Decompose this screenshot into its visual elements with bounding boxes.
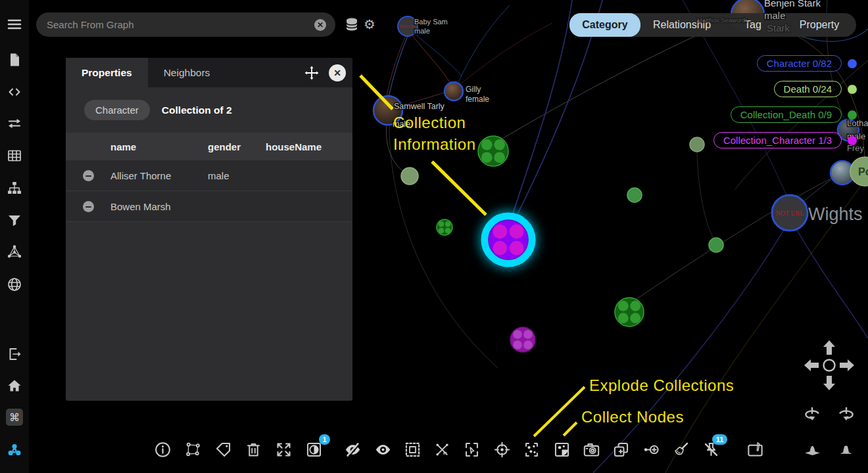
pan-down-button[interactable] bbox=[823, 376, 835, 390]
home-icon[interactable] bbox=[6, 377, 23, 394]
graph-node-gilly[interactable] bbox=[445, 82, 463, 101]
sign-out-icon[interactable] bbox=[6, 346, 23, 363]
graph-nav-control bbox=[802, 338, 858, 432]
unpin-icon[interactable]: 11 bbox=[700, 439, 721, 460]
swap-arrows-icon[interactable] bbox=[6, 115, 23, 132]
view-mode-tabs: CategoryRelationshipTagProperty bbox=[569, 13, 856, 37]
expand-arrows-icon[interactable] bbox=[273, 439, 294, 460]
legend-pill[interactable]: Character 0/82 bbox=[757, 55, 842, 72]
node-group-icon[interactable] bbox=[182, 439, 203, 460]
area-cursor-icon[interactable] bbox=[461, 439, 482, 460]
explode-collection-icon[interactable] bbox=[551, 439, 572, 460]
graph-label: female bbox=[466, 95, 489, 104]
graph-node-wights[interactable]: NOT URL bbox=[772, 195, 808, 231]
close-panel-button[interactable]: ✕ bbox=[329, 64, 346, 81]
legend-dot[interactable] bbox=[848, 110, 857, 120]
tab-properties[interactable]: Properties bbox=[66, 58, 148, 87]
pan-right-button[interactable] bbox=[840, 359, 854, 371]
collection-count-label: Collection of 2 bbox=[162, 104, 232, 116]
svg-text:⌘: ⌘ bbox=[9, 411, 20, 424]
graph-node-selected-collection[interactable] bbox=[485, 216, 532, 263]
collect-nodes-icon[interactable] bbox=[521, 439, 542, 460]
pan-left-button[interactable] bbox=[804, 359, 819, 371]
legend-pill[interactable]: Death 0/24 bbox=[774, 81, 842, 97]
graph-node-collection-green-a[interactable] bbox=[478, 136, 508, 166]
remove-row-icon[interactable] bbox=[83, 170, 94, 181]
graph-label: male bbox=[414, 27, 430, 35]
fan-logo-icon[interactable] bbox=[6, 442, 23, 459]
code-icon[interactable] bbox=[6, 83, 23, 101]
contrast-icon[interactable]: 1 bbox=[303, 439, 324, 460]
legend-dot[interactable] bbox=[848, 136, 857, 145]
menu-icon[interactable] bbox=[6, 16, 23, 33]
tab-neighbors[interactable]: Neighbors bbox=[148, 58, 226, 87]
eye-off-icon[interactable] bbox=[342, 439, 363, 460]
note-pen-icon[interactable] bbox=[744, 439, 765, 460]
network-icon[interactable] bbox=[6, 243, 23, 260]
settings-gear-icon[interactable]: ⚙ bbox=[362, 16, 379, 34]
rotate-left-icon[interactable] bbox=[806, 407, 819, 420]
graph-node-polliver[interactable]: Poll bbox=[850, 157, 868, 186]
graph-node-collection-green-b[interactable] bbox=[615, 298, 644, 327]
globe-icon[interactable] bbox=[6, 276, 23, 293]
svg-text:NOT URL: NOT URL bbox=[776, 210, 804, 217]
search-input[interactable] bbox=[45, 18, 314, 31]
graph-node-green-node-a[interactable] bbox=[627, 188, 642, 202]
add-relation-icon[interactable] bbox=[640, 439, 662, 460]
pan-center-button[interactable] bbox=[824, 360, 835, 371]
tab-category[interactable]: Category bbox=[569, 13, 640, 37]
legend-pill[interactable]: Collection_Character 1/3 bbox=[713, 132, 842, 148]
column-header-name: name bbox=[110, 133, 208, 160]
tab-relationship[interactable]: Relationship bbox=[640, 13, 723, 37]
data-table-icon[interactable] bbox=[6, 147, 23, 164]
legend-row: Character 0/82 bbox=[713, 55, 868, 72]
command-icon[interactable]: ⌘ bbox=[6, 409, 23, 426]
marquee-select-icon[interactable] bbox=[402, 439, 423, 460]
table-cell bbox=[208, 191, 266, 222]
camera-icon[interactable] bbox=[581, 439, 602, 460]
tag-icon[interactable] bbox=[212, 439, 233, 460]
move-panel-icon[interactable] bbox=[304, 65, 320, 81]
rotate-right-icon[interactable] bbox=[840, 407, 853, 420]
sitemap-icon[interactable] bbox=[6, 179, 23, 196]
cut-links-icon[interactable] bbox=[431, 439, 452, 460]
graph-label: Gilly bbox=[466, 85, 481, 94]
graph-node-olive-node-a[interactable] bbox=[401, 168, 418, 185]
graph-node-collection-magenta[interactable] bbox=[510, 327, 535, 352]
clear-search-icon[interactable]: ✕ bbox=[314, 19, 326, 31]
properties-panel: Properties Neighbors ✕ Character Collect… bbox=[66, 58, 352, 401]
table-cell bbox=[266, 191, 352, 222]
legend: Character 0/82Death 0/24Collection_Death… bbox=[713, 55, 868, 157]
graph-node-olive-node-b[interactable] bbox=[690, 137, 704, 152]
tab-property[interactable]: Property bbox=[783, 13, 856, 37]
info-icon[interactable] bbox=[152, 439, 173, 460]
filter-icon[interactable] bbox=[6, 212, 23, 229]
file-icon[interactable] bbox=[6, 51, 23, 68]
table-row[interactable]: Alliser Thornemale bbox=[66, 160, 352, 191]
table-cell bbox=[266, 160, 352, 191]
layout-hill-icon[interactable] bbox=[835, 439, 856, 460]
trash-icon[interactable] bbox=[243, 439, 264, 460]
brush-icon[interactable] bbox=[670, 439, 691, 460]
locate-target-icon[interactable] bbox=[491, 439, 512, 460]
eye-icon[interactable] bbox=[372, 439, 393, 460]
legend-dot[interactable] bbox=[848, 59, 857, 68]
legend-dot[interactable] bbox=[848, 85, 857, 94]
svg-text:NOT URL: NOT URL bbox=[400, 24, 416, 28]
layout-valley-icon[interactable] bbox=[802, 439, 823, 460]
search-bar[interactable]: ✕ bbox=[36, 12, 335, 37]
graph-node-collection-green-small[interactable] bbox=[437, 219, 452, 235]
table-row[interactable]: Bowen Marsh bbox=[66, 191, 352, 222]
graph-label: Wights bbox=[808, 204, 863, 224]
graph-node-green-node-b[interactable] bbox=[709, 238, 723, 252]
pan-up-button[interactable] bbox=[823, 340, 835, 355]
legend-pill[interactable]: Collection_Death 0/9 bbox=[731, 106, 842, 123]
duplicate-add-icon[interactable] bbox=[610, 439, 631, 460]
remove-row-icon[interactable] bbox=[83, 201, 94, 212]
count-badge: 1 bbox=[319, 434, 330, 445]
panel-tab-bar: Properties Neighbors ✕ bbox=[66, 58, 352, 87]
tab-tag[interactable]: Tag bbox=[723, 13, 783, 37]
database-icon[interactable] bbox=[344, 16, 361, 34]
panel-body: Character Collection of 2 namegenderhous… bbox=[66, 87, 352, 401]
table-cell: male bbox=[208, 160, 266, 191]
